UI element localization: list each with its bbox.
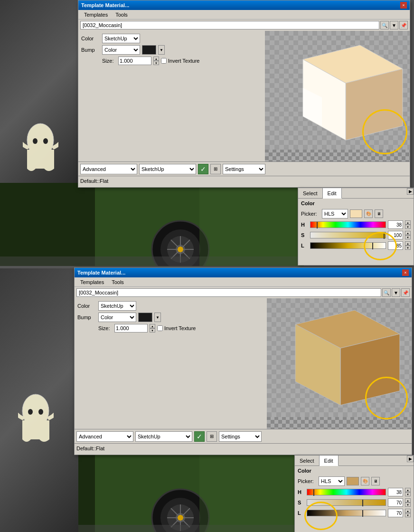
bump-select-bottom[interactable]: Color: [98, 313, 136, 322]
menu-templates-top[interactable]: Templates: [80, 11, 112, 18]
h-value-bottom[interactable]: [388, 488, 403, 496]
l-slider-container-top: [310, 242, 386, 249]
search-button-bottom[interactable]: 🔍: [382, 288, 391, 297]
size-input-top[interactable]: [118, 57, 151, 65]
l-value-top[interactable]: [388, 241, 403, 250]
menu-tools-top[interactable]: Tools: [112, 11, 132, 18]
l-up-bottom[interactable]: ▲: [405, 509, 411, 513]
size-down-bottom[interactable]: ▼: [150, 328, 155, 332]
h-up-bottom[interactable]: ▲: [405, 488, 411, 492]
menu-tools-bottom[interactable]: Tools: [108, 279, 128, 285]
h-value-top[interactable]: [388, 220, 403, 229]
color-select-bottom[interactable]: SketchUp: [98, 301, 136, 311]
material-picker-btn-bottom[interactable]: 🎨: [361, 477, 369, 485]
s-up-bottom[interactable]: ▲: [405, 498, 411, 503]
sat-slider-top[interactable]: [310, 232, 386, 238]
search-input-bottom[interactable]: [76, 288, 381, 297]
bump-select-top[interactable]: Color: [102, 45, 140, 55]
bump-color-arrow-bottom[interactable]: ▼: [154, 313, 161, 322]
menu-templates-bottom[interactable]: Templates: [76, 279, 108, 285]
car-area-top: [0, 183, 304, 266]
size-input-bottom[interactable]: [114, 324, 148, 332]
tab-edit-bottom[interactable]: Edit: [320, 456, 339, 466]
h-slider-container-top: [310, 221, 386, 228]
l-label-top: L: [301, 243, 308, 248]
search-dropdown-bottom[interactable]: ▼: [392, 288, 400, 297]
close-button-bottom[interactable]: ×: [402, 269, 409, 276]
s-down-bottom[interactable]: ▼: [405, 503, 411, 507]
material-picker-btn-top[interactable]: 🎨: [364, 209, 373, 218]
s-slider-container-bottom: [307, 499, 386, 506]
bump-color-swatch-bottom[interactable]: [138, 313, 152, 322]
tab-select-bottom[interactable]: Select: [295, 456, 320, 466]
apply-button-bottom[interactable]: ✓: [194, 431, 205, 442]
status-text-bottom: Default::Flat: [76, 446, 104, 451]
tab-edit-top[interactable]: Edit: [323, 188, 342, 199]
size-up-top[interactable]: ▲: [153, 57, 159, 61]
color-panel-top: Select Edit ▶ Color Picker: HLS 🎨 🖥 H ▲ …: [298, 188, 414, 266]
advanced-select-bottom[interactable]: Advanced: [76, 431, 133, 442]
settings-select-bottom[interactable]: Settings: [219, 431, 262, 442]
color-panel-close-top[interactable]: ▶: [407, 188, 414, 195]
bump-color-swatch-top[interactable]: [142, 45, 156, 55]
l-value-bottom[interactable]: [388, 509, 403, 517]
apply-button-top[interactable]: ✓: [198, 164, 208, 174]
pin-button-top[interactable]: 📌: [399, 21, 408, 29]
lum-slider-bottom[interactable]: [307, 510, 386, 516]
s-down-top[interactable]: ▼: [405, 235, 411, 239]
s-value-bottom[interactable]: [388, 498, 403, 507]
car-top-svg: [0, 183, 304, 266]
search-dropdown-top[interactable]: ▼: [390, 21, 398, 29]
svg-rect-5: [0, 183, 95, 266]
search-button-top[interactable]: 🔍: [380, 21, 389, 29]
grid-button-top[interactable]: ⊞: [210, 164, 221, 174]
settings-select-top[interactable]: Settings: [223, 164, 265, 174]
l-down-top[interactable]: ▼: [405, 246, 411, 250]
l-row-top: L ▲ ▼: [298, 240, 414, 251]
sketchup-select-top[interactable]: SketchUp: [139, 164, 196, 174]
l-spinner-bottom: ▲ ▼: [405, 509, 411, 517]
color-panel-close-bottom[interactable]: ▶: [407, 456, 414, 462]
l-down-bottom[interactable]: ▼: [405, 513, 411, 517]
preview-area-bottom: [267, 298, 412, 429]
color-row-bottom: Color SketchUp: [77, 301, 264, 311]
s-up-top[interactable]: ▲: [405, 231, 411, 235]
screen-picker-btn-top[interactable]: 🖥: [375, 209, 383, 218]
tab-select-top[interactable]: Select: [298, 188, 323, 198]
ghost-figure-top: [23, 121, 58, 173]
close-button-top[interactable]: ×: [400, 2, 407, 9]
color-select-top[interactable]: SketchUp: [102, 34, 140, 43]
preview-area-top: [265, 31, 410, 162]
l-up-top[interactable]: ▲: [405, 241, 411, 246]
status-bar-top: Default::Flat: [78, 176, 410, 185]
sketchup-select-bottom[interactable]: SketchUp: [135, 431, 192, 442]
size-label-top: Size:: [102, 58, 116, 64]
picker-row-top: Picker: HLS 🎨 🖥: [298, 208, 414, 219]
sat-slider-bottom[interactable]: [307, 499, 386, 506]
h-down-top[interactable]: ▼: [405, 225, 411, 229]
dialog-bottom: Template Material... × Templates Tools 🔍…: [74, 267, 412, 455]
size-up-bottom[interactable]: ▲: [150, 324, 155, 328]
color-swatch-preview-bottom[interactable]: [347, 477, 359, 485]
status-text-top: Default::Flat: [80, 178, 108, 184]
h-up-top[interactable]: ▲: [405, 220, 411, 225]
h-down-bottom[interactable]: ▼: [405, 492, 411, 496]
color-swatch-preview-top[interactable]: [350, 209, 362, 218]
picker-select-top[interactable]: HLS: [322, 209, 348, 218]
hue-slider-top[interactable]: [310, 221, 386, 228]
screen-picker-btn-bottom[interactable]: 🖥: [371, 477, 380, 485]
advanced-select-top[interactable]: Advanced: [80, 164, 137, 174]
s-slider-container-top: [310, 232, 386, 238]
bump-color-arrow-top[interactable]: ▼: [158, 45, 165, 55]
hue-slider-bottom[interactable]: [307, 489, 386, 495]
l-spinner-top: ▲ ▼: [405, 241, 411, 250]
picker-select-bottom[interactable]: HLS: [319, 476, 345, 486]
grid-button-bottom[interactable]: ⊞: [207, 431, 217, 442]
pin-button-bottom[interactable]: 📌: [401, 288, 410, 297]
invert-checkbox-top[interactable]: [161, 58, 167, 64]
size-down-top[interactable]: ▼: [153, 61, 159, 65]
invert-checkbox-bottom[interactable]: [157, 325, 163, 331]
s-value-top[interactable]: [388, 231, 403, 239]
search-input-top[interactable]: [80, 21, 379, 29]
lum-slider-top[interactable]: [310, 242, 386, 249]
